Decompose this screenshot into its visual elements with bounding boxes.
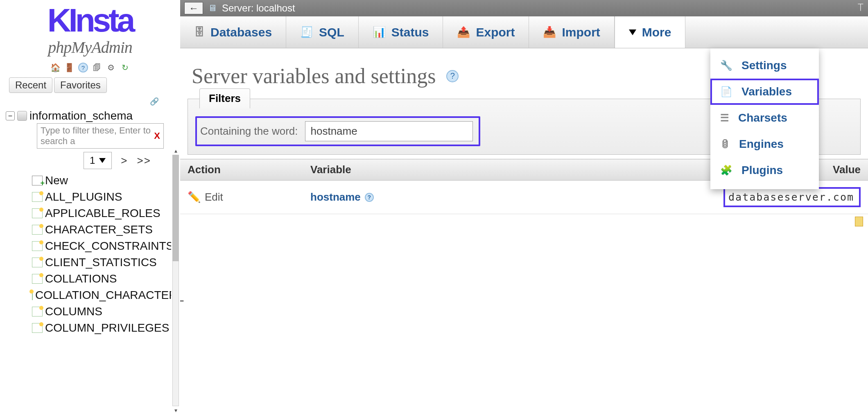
variable-name-text: hostname [310,191,361,203]
tab-export[interactable]: 📤Export [443,16,529,48]
tab-export-label: Export [476,25,515,39]
tree-item[interactable]: CHECK_CONSTRAINTS [32,238,177,254]
database-icon: 🗄 [194,26,205,38]
collapse-panel-icon[interactable]: ⟙ [857,3,864,14]
bookmark-icon[interactable] [855,217,863,226]
tree-item[interactable]: ALL_PLUGINS [32,189,177,205]
reload-icon[interactable]: ↻ [120,63,130,72]
variable-help-icon[interactable]: ? [365,193,374,202]
table-icon [32,290,33,300]
dropdown-plugins-label: Plugins [741,164,783,177]
dropdown-variables-label: Variables [741,85,792,98]
scroll-thumb[interactable] [172,155,179,261]
filter-clear-icon[interactable]: X [154,131,160,141]
tree-item-label: COLLATION_CHARACTER_ [35,289,183,302]
tree-item[interactable]: CHARACTER_SETS [32,222,177,238]
tab-databases[interactable]: 🗄Databases [180,16,286,48]
tree-collapse-icon[interactable]: − [6,111,15,120]
dropdown-item-plugins[interactable]: 🧩Plugins [710,157,819,183]
table-icon [32,192,43,202]
page-title: Server variables and settings [192,64,436,88]
col-variable: Variable [303,159,495,181]
database-name[interactable]: information_schema [29,109,133,122]
tree-item-label: COLLATIONS [45,272,117,285]
dropdown-item-settings[interactable]: 🔧Settings [710,52,819,79]
new-table-icon [32,176,43,185]
table-icon [32,208,43,218]
page-help-icon[interactable]: ? [446,70,459,82]
back-button[interactable]: ← [184,2,203,14]
tab-more[interactable]: More [615,16,686,48]
dropdown-item-engines[interactable]: 🛢Engines [710,131,819,157]
contain-label: Containing the word: [200,125,298,138]
tree-item-label: CHECK_CONSTRAINTS [45,240,174,253]
status-icon: 📊 [373,26,386,38]
scroll-down-icon[interactable]: ▾ [171,407,180,414]
dropdown-charsets-label: Charsets [738,111,787,124]
tree-pager: 1 > >> [84,149,177,172]
chevron-down-icon [629,29,636,35]
tab-more-label: More [642,25,671,39]
pager-last[interactable]: >> [137,154,151,167]
pager-next[interactable]: > [121,154,128,167]
dropdown-item-charsets[interactable]: ☰Charsets [710,105,819,131]
table-icon [32,225,43,235]
tree-new[interactable]: New [32,172,177,189]
tree-filter-input[interactable]: Type to filter these, Enter to search a … [37,123,164,149]
tree-item-label: APPLICABLE_ROLES [45,207,160,220]
tab-import-label: Import [562,25,600,39]
tree-item[interactable]: COLLATIONS [32,271,177,287]
tree-item[interactable]: COLLATION_CHARACTER_ [32,287,177,303]
tab-status[interactable]: 📊Status [359,16,443,48]
main: ← 🖥 Server: localhost ⟙ 🗄Databases 🧾SQL … [180,0,868,416]
dropdown-settings-label: Settings [741,59,787,72]
logo-product: phpMyAdmin [12,38,168,57]
help-icon[interactable]: ? [78,63,88,72]
tab-favorites[interactable]: Favorites [54,77,107,93]
list-icon: ☰ [720,112,729,124]
filters-heading: Filters [199,88,250,109]
sidebar-scrollbar[interactable]: ▴ ▾ [171,147,180,414]
tab-databases-label: Databases [210,25,272,39]
gear-icon[interactable]: ⚙ [106,63,116,72]
database-icon [17,111,27,121]
sidebar: KInsta phpMyAdmin 🏠 🚪 ? 🗐 ⚙ ↻ Recent Fav… [0,0,180,416]
link-icon[interactable]: 🔗 [150,97,159,106]
logo-brand: KInsta [12,4,168,37]
tree-item[interactable]: CLIENT_STATISTICS [32,254,177,271]
table-icon [32,323,43,333]
tab-sql[interactable]: 🧾SQL [286,16,359,48]
scroll-up-icon[interactable]: ▴ [171,147,180,154]
dropdown-item-variables[interactable]: 📄Variables [710,79,819,105]
bookmark-row [180,214,868,229]
logout-icon[interactable]: 🚪 [64,63,74,72]
pencil-icon: ✏️ [188,191,201,203]
tab-status-label: Status [391,25,429,39]
contain-input[interactable] [305,121,473,141]
variable-name[interactable]: hostname ? [310,191,374,203]
table-icon [32,274,43,284]
tree-item[interactable]: COLUMN_PRIVILEGES [32,320,177,336]
sidebar-tabs: Recent Favorites [0,75,180,95]
tab-recent[interactable]: Recent [9,77,52,93]
tree-item-label: CLIENT_STATISTICS [45,256,157,269]
edit-label: Edit [205,191,223,203]
table-icon [32,258,43,267]
home-icon[interactable]: 🏠 [50,63,60,72]
chevron-down-icon [99,158,106,163]
tab-import[interactable]: 📥Import [529,16,614,48]
tab-sql-label: SQL [319,25,344,39]
gear-icon: 🛢 [720,138,730,150]
code-icon: 📄 [720,86,732,97]
page-select[interactable]: 1 [84,152,112,169]
tree-item-label: COLUMN_PRIVILEGES [45,321,169,335]
tree-children: New ALL_PLUGINS APPLICABLE_ROLES CHARACT… [32,172,177,336]
logo: KInsta phpMyAdmin [0,0,180,57]
tree-item[interactable]: APPLICABLE_ROLES [32,205,177,222]
export-icon: 📤 [457,26,470,38]
server-label: Server: localhost [222,2,295,14]
tree-item[interactable]: COLUMNS [32,303,177,320]
edit-link[interactable]: ✏️ Edit [188,191,223,203]
page-number: 1 [90,155,95,166]
docs-icon[interactable]: 🗐 [92,63,102,72]
